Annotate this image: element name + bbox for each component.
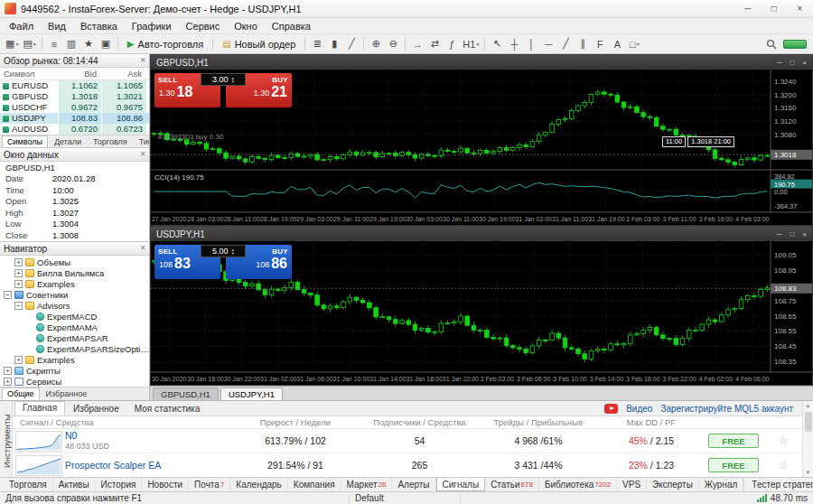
chart-minimize-icon[interactable]: ─ bbox=[777, 230, 782, 238]
spin-down-icon[interactable]: ▾ bbox=[232, 79, 235, 83]
toolbox-bottom-tab[interactable]: VPS bbox=[617, 478, 647, 491]
tree-expander-icon[interactable]: − bbox=[4, 291, 12, 299]
autoscroll-icon[interactable]: → bbox=[409, 36, 425, 52]
navigator-item[interactable]: +Билла Вильямса bbox=[0, 267, 149, 278]
candles-chart-icon[interactable]: ▮ bbox=[326, 36, 342, 52]
navigator-item[interactable]: +Объемы bbox=[0, 257, 149, 267]
text-label-icon[interactable]: A bbox=[609, 36, 625, 52]
tree-expander-icon[interactable]: + bbox=[14, 280, 23, 288]
maximize-button[interactable]: □ bbox=[761, 0, 787, 17]
toolbox-bottom-tab[interactable]: Почта7 bbox=[189, 478, 230, 491]
toolbox-icon[interactable]: ▣ bbox=[98, 36, 114, 52]
market-watch-row[interactable]: USDCHF0.96720.9675 bbox=[0, 102, 149, 113]
fibonacci-icon[interactable]: F bbox=[592, 36, 608, 52]
status-profile[interactable]: Default bbox=[355, 493, 454, 503]
market-watch-tab[interactable]: Торговля bbox=[88, 135, 133, 148]
toolbox-bottom-tab[interactable]: Новости bbox=[142, 478, 189, 491]
chart-restore-icon[interactable]: □ bbox=[790, 230, 794, 238]
toolbox-tab[interactable]: Избранное bbox=[66, 403, 126, 415]
signal-name-link[interactable]: Prospector Scalper EA bbox=[65, 460, 228, 471]
profiles-icon[interactable]: ▤▾ bbox=[21, 36, 37, 52]
navigator-tab[interactable]: Избранное bbox=[41, 387, 93, 400]
tree-expander-icon[interactable]: + bbox=[14, 269, 23, 277]
menu-item[interactable]: Вид bbox=[41, 18, 73, 33]
zoom-out-icon[interactable]: ⊖ bbox=[385, 36, 401, 52]
menu-item[interactable]: Сервис bbox=[179, 18, 228, 33]
video-link[interactable]: Видео bbox=[626, 404, 652, 414]
tree-expander-icon[interactable]: + bbox=[14, 258, 23, 266]
market-watch-row[interactable]: GBPUSD1.30181.3021 bbox=[0, 91, 149, 102]
search-icon[interactable] bbox=[766, 39, 777, 50]
toolbox-bottom-tab[interactable]: Календарь bbox=[230, 478, 287, 491]
navigator-item[interactable]: +Examples bbox=[0, 354, 149, 365]
navigator-item[interactable]: ExpertMACD bbox=[0, 311, 149, 322]
navigator-tab[interactable]: Общие bbox=[2, 387, 40, 400]
toolbox-bottom-tab[interactable]: Статьи678 bbox=[485, 478, 539, 491]
lot-size-spinner[interactable]: 3.00▴▾ bbox=[201, 73, 246, 86]
autotrade-button[interactable]: ▶Авто-торговля bbox=[122, 36, 209, 52]
menu-item[interactable]: Окно bbox=[227, 18, 265, 33]
close-panel-icon[interactable]: × bbox=[140, 244, 145, 253]
lot-size-spinner[interactable]: 5.00▴▾ bbox=[201, 245, 246, 257]
navigator-item[interactable]: +Examples bbox=[0, 278, 149, 289]
tree-expander-icon[interactable]: + bbox=[4, 367, 12, 375]
data-window-icon[interactable]: ▥ bbox=[63, 36, 79, 52]
timeframes-icon[interactable]: H1▾ bbox=[461, 36, 481, 52]
market-watch-row[interactable]: EURUSD1.10621.1065 bbox=[0, 80, 149, 91]
horizontal-line-icon[interactable]: ─ bbox=[540, 36, 556, 52]
menu-item[interactable]: Файл bbox=[2, 18, 41, 33]
market-watch-icon[interactable]: ≡ bbox=[46, 36, 62, 52]
market-watch-row[interactable]: USDJPY108.83108.86 bbox=[0, 113, 149, 124]
toolbox-tab[interactable]: Главная bbox=[14, 401, 65, 415]
market-watch-tab[interactable]: Тик... bbox=[134, 135, 149, 148]
tree-expander-icon[interactable]: − bbox=[14, 302, 23, 310]
chart-tab[interactable]: GBPUSD,H1 bbox=[153, 387, 219, 400]
trendline-icon[interactable]: ╱ bbox=[557, 36, 574, 52]
chart-canvas[interactable]: 27 Jan 202028 Jan 03:0028 Jan 11:0028 Ja… bbox=[151, 70, 812, 225]
chart-close-icon[interactable]: × bbox=[802, 230, 807, 238]
chart-minimize-icon[interactable]: ─ bbox=[777, 59, 782, 67]
toolbox-bottom-tab[interactable]: Сигналы bbox=[436, 478, 486, 491]
scroll-up-icon[interactable]: ▲ bbox=[806, 401, 811, 410]
navigator-item[interactable]: +Сервисы bbox=[0, 376, 149, 387]
strategy-tester-tab[interactable]: Тестер стратегий bbox=[743, 478, 813, 491]
new-chart-icon[interactable]: ▦▾ bbox=[4, 36, 20, 52]
spin-down-icon[interactable]: ▾ bbox=[232, 251, 235, 255]
crosshair-icon[interactable]: ┼ bbox=[506, 36, 522, 52]
channel-icon[interactable]: ∥ bbox=[575, 36, 591, 52]
chart-tab[interactable]: USDJPY,H1 bbox=[220, 387, 283, 400]
chart-window-titlebar[interactable]: USDJPY,H1─□× bbox=[151, 227, 812, 241]
toolbox-bottom-tab[interactable]: Компания bbox=[288, 478, 341, 491]
tree-expander-icon[interactable]: + bbox=[4, 378, 12, 386]
shapes-icon[interactable]: □▾ bbox=[626, 36, 642, 52]
favorite-star-icon[interactable]: ☆ bbox=[765, 434, 802, 447]
navigator-icon[interactable]: ★ bbox=[80, 36, 97, 52]
scrollbar-thumb[interactable] bbox=[805, 412, 812, 432]
chart-canvas[interactable]: 30 Jan 202030 Jan 18:0030 Jan 22:0031 Ja… bbox=[151, 241, 812, 385]
close-button[interactable]: × bbox=[787, 0, 813, 17]
market-watch-tab[interactable]: Символы bbox=[2, 135, 48, 148]
close-panel-icon[interactable]: × bbox=[140, 150, 145, 159]
new-order-button[interactable]: ▤Новый ордер bbox=[217, 36, 301, 52]
menu-item[interactable]: Графики bbox=[125, 18, 179, 33]
navigator-item[interactable]: +Скрипты bbox=[0, 365, 149, 376]
close-panel-icon[interactable]: × bbox=[140, 56, 145, 65]
minimize-button[interactable]: ─ bbox=[734, 0, 761, 17]
zoom-in-icon[interactable]: ⊕ bbox=[368, 36, 384, 52]
scrollbar[interactable]: ▲ ▼ bbox=[802, 401, 813, 477]
toolbox-bottom-tab[interactable]: История bbox=[96, 478, 143, 491]
signal-name-link[interactable]: N0 bbox=[65, 430, 228, 442]
chart-window-titlebar[interactable]: GBPUSD,H1─□× bbox=[151, 55, 812, 70]
tree-expander-icon[interactable]: + bbox=[14, 356, 23, 364]
navigator-item[interactable]: −Advisors bbox=[0, 300, 149, 311]
navigator-item[interactable]: ExpertMAPSAR bbox=[0, 332, 149, 343]
toolbox-bottom-tab[interactable]: Активы bbox=[53, 478, 96, 491]
signal-row[interactable]: Prospector Scalper EA291.54% / 912653 43… bbox=[13, 453, 802, 477]
favorite-star-icon[interactable]: ☆ bbox=[765, 459, 802, 471]
chart-shift-icon[interactable]: ⇄ bbox=[426, 36, 443, 52]
navigator-item[interactable]: −Советники bbox=[0, 289, 149, 300]
toolbox-bottom-tab[interactable]: Библиотека7202 bbox=[539, 478, 617, 491]
vertical-line-icon[interactable]: │ bbox=[523, 36, 539, 52]
toolbox-tab[interactable]: Моя статистика bbox=[127, 403, 208, 415]
cursor-icon[interactable]: ↖ bbox=[489, 36, 505, 52]
